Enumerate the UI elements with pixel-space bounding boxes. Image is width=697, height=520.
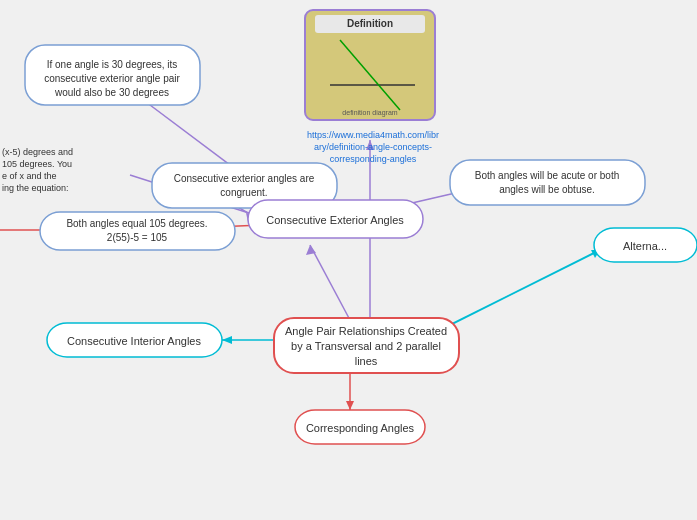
svg-text:(x-5) degrees and: (x-5) degrees and <box>2 147 73 157</box>
svg-text:ing the equation:: ing the equation: <box>2 183 69 193</box>
svg-text:ary/definition-angle-concepts-: ary/definition-angle-concepts- <box>314 142 432 152</box>
svg-text:https://www.media4math.com/lib: https://www.media4math.com/libr <box>307 130 439 140</box>
svg-text:105 degrees. You: 105 degrees. You <box>2 159 72 169</box>
svg-text:e of x and the: e of x and the <box>2 171 57 181</box>
svg-text:corresponding-angles: corresponding-angles <box>330 154 417 164</box>
